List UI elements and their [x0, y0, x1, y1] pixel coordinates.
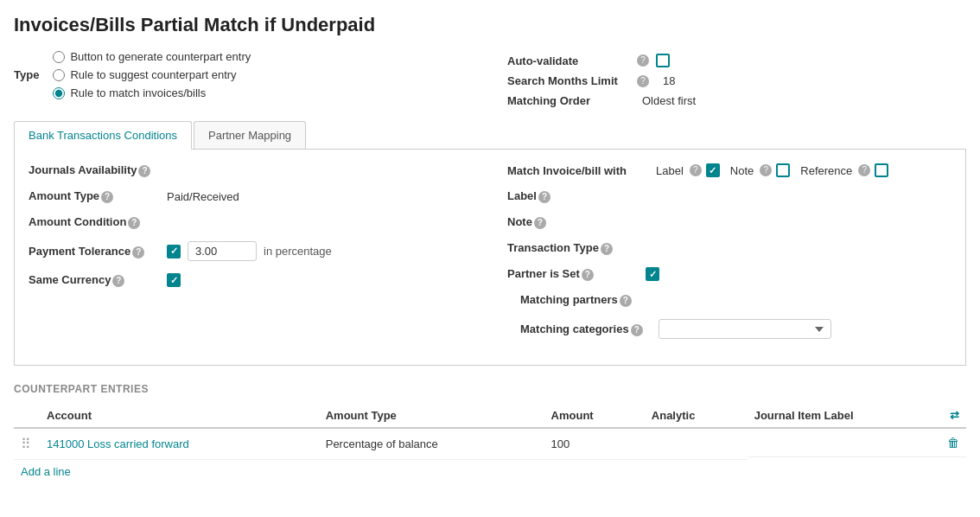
matching-order-row: Matching Order Oldest first: [507, 94, 966, 107]
search-months-row: Search Months Limit ? 18: [507, 74, 966, 87]
analytic-cell: [645, 428, 748, 460]
note-field-help-icon[interactable]: ?: [534, 217, 546, 229]
same-currency-checkbox[interactable]: [167, 273, 181, 287]
auto-validate-checkbox[interactable]: [656, 54, 670, 67]
amount-type-value: Paid/Received: [167, 190, 239, 203]
counterpart-table: Account Amount Type Amount Analytic Jour…: [14, 404, 966, 460]
matching-order-label: Matching Order: [507, 94, 628, 107]
amount-type-value: Percentage of balance: [326, 437, 438, 450]
matching-partners-label: Matching partners?: [507, 293, 659, 307]
transaction-type-label: Transaction Type?: [507, 241, 646, 255]
journals-label: Journals Availability?: [29, 163, 167, 177]
counterpart-title: COUNTERPART ENTRIES: [14, 383, 966, 395]
payment-tolerance-suffix: in percentage: [264, 245, 332, 258]
right-column: Match Invoice/bill with Label ? Note ? R…: [507, 163, 951, 351]
radio-button-3[interactable]: [53, 87, 65, 99]
matching-categories-label: Matching categories?: [507, 322, 659, 336]
payment-tolerance-help-icon[interactable]: ?: [132, 246, 144, 258]
settings-icon[interactable]: ⇄: [950, 409, 959, 422]
amount-condition-field: Amount Condition?: [29, 215, 473, 229]
matching-categories-help-icon[interactable]: ?: [631, 324, 643, 336]
amount-value: 100: [551, 437, 570, 450]
matching-categories-select[interactable]: [659, 319, 831, 339]
left-column: Journals Availability? Amount Type? Paid…: [29, 163, 473, 351]
radio-option-2[interactable]: Rule to suggest counterpart entry: [53, 68, 251, 81]
drag-cell: ⠿: [14, 428, 40, 460]
payment-tolerance-label: Payment Tolerance?: [29, 245, 167, 258]
label-match-item: Label ?: [656, 163, 720, 177]
reference-match-help-icon[interactable]: ?: [858, 164, 870, 176]
match-invoice-row: Match Invoice/bill with Label ? Note ? R…: [507, 163, 951, 177]
th-analytic: Analytic: [645, 404, 748, 428]
auto-validate-row: Auto-validate ?: [507, 54, 966, 67]
amount-condition-help-icon[interactable]: ?: [128, 217, 140, 229]
matching-partners-help-icon[interactable]: ?: [620, 295, 632, 307]
radio-option-1[interactable]: Button to generate counterpart entry: [53, 50, 251, 63]
type-label: Type: [14, 68, 39, 81]
account-link[interactable]: 141000 Loss carried forward: [47, 437, 189, 450]
radio-label-2: Rule to suggest counterpart entry: [70, 68, 236, 81]
journal-label-cell: 🗑: [748, 429, 966, 457]
radio-label-1: Button to generate counterpart entry: [70, 50, 251, 63]
matching-order-value: Oldest first: [642, 94, 696, 107]
tab-bank-transactions[interactable]: Bank Transactions Conditions: [14, 121, 192, 150]
radio-label-3: Rule to match invoices/bills: [70, 86, 206, 99]
partner-is-set-label: Partner is Set?: [507, 267, 646, 281]
th-amount-type: Amount Type: [319, 404, 544, 428]
amount-type-field: Amount Type? Paid/Received: [29, 189, 473, 203]
tab-content: Journals Availability? Amount Type? Paid…: [14, 150, 966, 366]
amount-type-label: Amount Type?: [29, 189, 167, 203]
amount-condition-label: Amount Condition?: [29, 215, 167, 229]
journals-help-icon[interactable]: ?: [138, 165, 150, 177]
matching-categories-field: Matching categories?: [507, 319, 951, 339]
payment-tolerance-input[interactable]: [188, 241, 257, 261]
radio-button-2[interactable]: [53, 69, 65, 81]
reference-match-item: Reference ?: [800, 163, 888, 177]
transaction-type-help-icon[interactable]: ?: [601, 243, 613, 255]
label-field-label: Label?: [507, 189, 646, 203]
tabs-container: Bank Transactions Conditions Partner Map…: [14, 121, 966, 150]
note-field-label: Note?: [507, 215, 646, 229]
amount-cell: 100: [544, 428, 645, 460]
radio-option-3[interactable]: Rule to match invoices/bills: [53, 86, 251, 99]
reference-match-text: Reference: [800, 164, 852, 177]
drag-handle-icon[interactable]: ⠿: [21, 437, 31, 451]
radio-button-1[interactable]: [53, 51, 65, 63]
journals-field: Journals Availability?: [29, 163, 473, 177]
tab-partner-mapping[interactable]: Partner Mapping: [194, 121, 306, 149]
same-currency-field: Same Currency?: [29, 273, 473, 287]
reference-match-checkbox[interactable]: [875, 163, 888, 177]
match-invoice-label: Match Invoice/bill with: [507, 164, 646, 177]
note-match-checkbox[interactable]: [776, 163, 790, 177]
payment-tolerance-field: Payment Tolerance? in percentage: [29, 241, 473, 261]
th-account: Account: [40, 404, 319, 428]
same-currency-help-icon[interactable]: ?: [112, 275, 124, 287]
table-header-row: Account Amount Type Amount Analytic Jour…: [14, 404, 966, 428]
counterpart-section: COUNTERPART ENTRIES Account Amount Type …: [14, 383, 966, 483]
search-months-help-icon[interactable]: ?: [637, 75, 649, 87]
partner-is-set-field: Partner is Set?: [507, 267, 951, 281]
label-match-checkbox[interactable]: [706, 163, 720, 177]
transaction-type-field: Transaction Type?: [507, 241, 951, 255]
note-match-item: Note ?: [730, 163, 790, 177]
note-match-help-icon[interactable]: ?: [760, 164, 772, 176]
account-cell: 141000 Loss carried forward: [40, 428, 319, 460]
auto-validate-label: Auto-validate: [507, 54, 628, 67]
th-journal-item-label: Journal Item Label ⇄: [748, 404, 966, 428]
search-months-value: 18: [663, 74, 675, 87]
amount-type-help-icon[interactable]: ?: [101, 191, 113, 203]
matching-partners-field: Matching partners?: [507, 293, 951, 307]
partner-is-set-help-icon[interactable]: ?: [582, 269, 594, 281]
label-field-help-icon[interactable]: ?: [538, 191, 550, 203]
label-match-help-icon[interactable]: ?: [690, 164, 702, 176]
partner-is-set-checkbox[interactable]: [646, 267, 659, 281]
auto-validate-help-icon[interactable]: ?: [637, 54, 649, 67]
delete-row-icon[interactable]: 🗑: [947, 436, 959, 450]
label-field: Label?: [507, 189, 951, 203]
add-line-button[interactable]: Add a line: [14, 460, 78, 483]
th-amount: Amount: [544, 404, 645, 428]
payment-tolerance-checkbox[interactable]: [167, 245, 181, 258]
th-drag: [14, 404, 40, 428]
same-currency-label: Same Currency?: [29, 273, 167, 287]
note-match-text: Note: [730, 164, 754, 177]
